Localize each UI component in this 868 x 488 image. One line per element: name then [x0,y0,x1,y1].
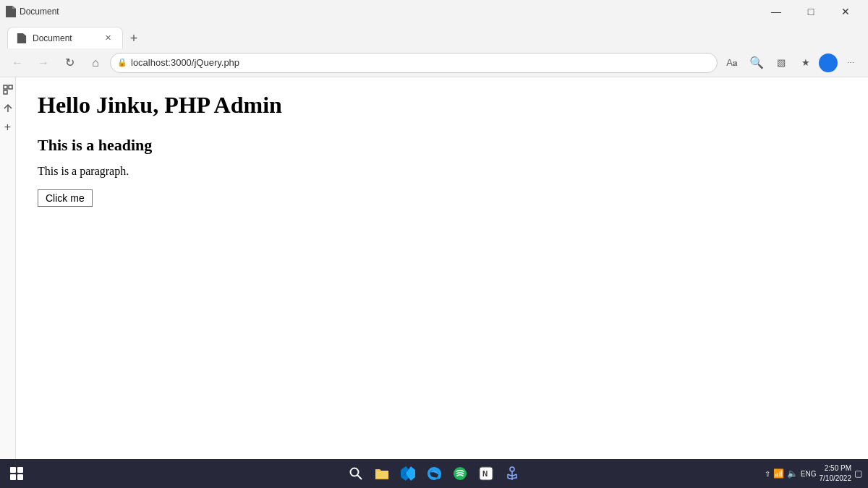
sidebar-add-icon[interactable]: + [1,121,14,134]
taskbar-edge-icon[interactable] [423,463,445,484]
taskbar-notion-icon[interactable]: N [475,463,497,484]
page-paragraph: This is a paragraph. [38,165,846,178]
extensions-button[interactable]: ▧ [770,51,793,74]
search-button[interactable]: 🔍 [745,51,768,74]
start-button[interactable] [6,463,27,484]
svg-rect-2 [4,90,7,94]
title-bar-left: Document [6,6,59,17]
taskbar-vscode-icon[interactable] [397,463,419,484]
tab-close-button[interactable]: ✕ [102,33,114,44]
browser-content-row: + Hello Jinku, PHP Admin This is a headi… [0,77,868,459]
browser-window: Document — □ ✕ Document ✕ + ← → ↻ ⌂ 🔒 lo… [0,0,868,488]
taskbar-search-icon[interactable] [345,463,367,484]
svg-rect-0 [4,85,7,89]
anchor-icon [504,466,520,481]
battery-icon: ENG [801,470,817,478]
taskbar-clock[interactable]: 2:50 PM 7/10/2022 [820,463,852,484]
page-heading2: This is a heading [38,136,846,155]
search-icon [349,466,363,481]
taskbar-time-display: 2:50 PM [820,463,852,474]
window-title: Document [20,7,59,17]
taskbar-date-display: 7/10/2022 [820,474,852,484]
page-heading1: Hello Jinku, PHP Admin [38,92,846,119]
taskbar-left [6,463,27,484]
spotify-icon [452,466,468,481]
title-bar-title: Document [6,6,59,17]
close-button[interactable]: ✕ [829,0,862,23]
taskbar-right: ⇧ 📶 🔈 ENG 2:50 PM 7/10/2022 ▢ [765,463,862,484]
sidebar-icons-panel: + [0,77,16,459]
notion-icon: N [478,466,494,481]
forward-button[interactable]: → [32,51,55,74]
svg-point-3 [351,468,359,476]
svg-line-4 [357,475,362,479]
title-bar: Document — □ ✕ [0,0,868,23]
taskbar-spotify-icon[interactable] [449,463,471,484]
tab-bar: Document ✕ + [0,23,868,48]
svg-point-8 [510,467,514,471]
nav-bar: ← → ↻ ⌂ 🔒 localhost:3000/jQuery.php A𝐚 🔍… [0,48,868,77]
svg-point-5 [454,467,467,480]
address-text: localhost:3000/jQuery.php [131,57,239,68]
edge-icon [426,466,442,481]
svg-rect-1 [9,85,12,89]
taskbar: N ⇧ 📶 🔈 ENG [0,459,868,488]
new-tab-button[interactable]: + [123,28,145,48]
windows-icon [6,463,27,484]
taskbar-extra-icon[interactable] [501,463,523,484]
click-me-button[interactable]: Click me [38,189,93,207]
favorites-button[interactable]: ★ [794,51,817,74]
taskbar-center: N [345,463,523,484]
folder-icon [374,466,390,481]
document-icon [6,6,16,17]
svg-text:N: N [482,470,488,478]
tab-favicon-icon [17,33,27,43]
refresh-button[interactable]: ↻ [58,51,81,74]
taskbar-file-manager-icon[interactable] [371,463,393,484]
sidebar-share-icon[interactable] [1,102,14,115]
minimize-button[interactable]: — [760,0,793,23]
wifi-icon: 📶 [773,468,784,479]
sidebar-collections-icon[interactable] [1,83,14,96]
vscode-icon [401,466,415,481]
tray-expand-icon[interactable]: ⇧ [765,470,770,478]
page-content: Hello Jinku, PHP Admin This is a heading… [16,77,868,459]
home-button[interactable]: ⌂ [84,51,107,74]
title-bar-controls: — □ ✕ [760,0,862,23]
browser-tab-document[interactable]: Document ✕ [7,27,123,48]
address-bar[interactable]: 🔒 localhost:3000/jQuery.php [110,53,718,73]
back-button[interactable]: ← [6,51,29,74]
system-tray: ⇧ 📶 🔈 ENG [765,468,817,479]
menu-button[interactable]: ⋯ [839,51,862,74]
nav-right: A𝐚 🔍 ▧ ★ ⋯ [720,51,862,74]
tab-label: Document [33,33,96,43]
profile-avatar[interactable] [819,53,838,72]
read-mode-button[interactable]: A𝐚 [720,51,744,74]
maximize-button[interactable]: □ [794,0,827,23]
notification-icon[interactable]: ▢ [854,468,862,479]
volume-icon: 🔈 [787,468,798,479]
lock-icon: 🔒 [118,58,127,68]
